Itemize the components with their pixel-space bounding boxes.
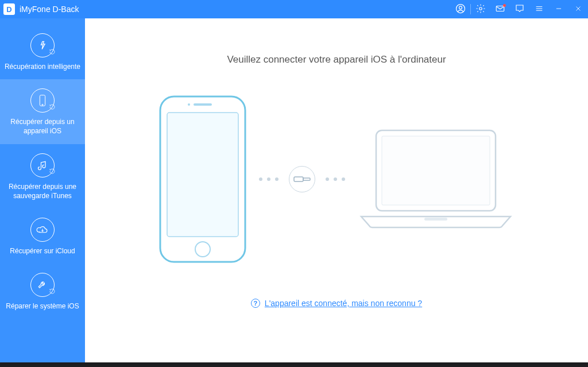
sidebar-item-repair-ios[interactable]: Réparer le système iOS bbox=[0, 264, 85, 319]
sidebar-item-icloud[interactable]: Récupérer sur iCloud bbox=[0, 208, 85, 264]
phone-refresh-icon bbox=[30, 88, 55, 113]
cloud-download-icon bbox=[30, 218, 55, 242]
svg-rect-7 bbox=[167, 113, 238, 237]
close-icon bbox=[574, 5, 582, 14]
app-title: iMyFone D-Back bbox=[20, 5, 79, 14]
account-button[interactable] bbox=[451, 0, 470, 18]
feedback-button[interactable] bbox=[510, 0, 529, 18]
svg-point-2 bbox=[479, 7, 482, 10]
settings-button[interactable] bbox=[471, 0, 490, 18]
app-logo: D bbox=[3, 3, 15, 15]
sidebar-item-label: Récupérer depuis une sauvegarde iTunes bbox=[3, 182, 82, 200]
mail-button[interactable] bbox=[490, 0, 510, 18]
svg-rect-15 bbox=[424, 218, 447, 221]
minimize-button[interactable] bbox=[549, 0, 568, 18]
sidebar-item-label: Réparer le système iOS bbox=[6, 302, 79, 311]
music-note-refresh-icon bbox=[30, 153, 55, 177]
sidebar-item-ios-device[interactable]: Récupérer depuis un appareil iOS bbox=[0, 79, 85, 144]
hamburger-icon bbox=[535, 4, 544, 15]
svg-rect-3 bbox=[496, 6, 504, 11]
titlebar: D iMyFone D-Back bbox=[0, 0, 588, 18]
laptop-icon bbox=[355, 125, 516, 234]
sidebar: Récupération intelligente Récupérer depu… bbox=[0, 18, 85, 362]
sidebar-item-itunes-backup[interactable]: Récupérer depuis une sauvegarde iTunes bbox=[0, 144, 85, 208]
svg-point-1 bbox=[459, 6, 462, 9]
svg-point-8 bbox=[195, 242, 210, 257]
sidebar-item-smart-recovery[interactable]: Récupération intelligente bbox=[0, 24, 85, 79]
sidebar-item-label: Récupérer depuis un appareil iOS bbox=[3, 117, 82, 136]
wrench-refresh-icon bbox=[30, 273, 55, 297]
usb-plug-icon bbox=[289, 166, 315, 192]
svg-point-10 bbox=[188, 103, 190, 106]
svg-rect-9 bbox=[194, 103, 212, 106]
svg-point-5 bbox=[42, 105, 43, 106]
svg-rect-11 bbox=[294, 177, 303, 181]
minimize-icon bbox=[555, 5, 563, 14]
gear-icon bbox=[475, 3, 486, 16]
help-row: ? L'appareil est connecté, mais non reco… bbox=[251, 299, 422, 308]
svg-rect-14 bbox=[382, 136, 490, 205]
notification-dot bbox=[503, 4, 506, 7]
phone-icon bbox=[157, 93, 249, 265]
lightning-refresh-icon bbox=[30, 33, 55, 57]
svg-rect-12 bbox=[303, 178, 310, 180]
close-button[interactable] bbox=[568, 0, 588, 18]
instruction-text: Veuillez connecter votre appareil iOS à … bbox=[227, 54, 446, 65]
help-icon: ? bbox=[251, 299, 260, 308]
sidebar-item-label: Récupération intelligente bbox=[5, 62, 80, 71]
connection-dots-right bbox=[326, 177, 345, 181]
connection-dots-left bbox=[259, 177, 278, 181]
app-window: D iMyFone D-Back bbox=[0, 0, 588, 362]
menu-button[interactable] bbox=[529, 0, 549, 18]
connect-illustration bbox=[157, 93, 516, 265]
sidebar-item-label: Récupérer sur iCloud bbox=[10, 246, 75, 256]
user-circle-icon bbox=[455, 3, 466, 16]
speech-bubble-icon bbox=[514, 3, 525, 16]
app-body: Récupération intelligente Récupérer depu… bbox=[0, 18, 588, 362]
main-content: Veuillez connecter votre appareil iOS à … bbox=[85, 18, 588, 362]
device-not-recognized-link[interactable]: L'appareil est connecté, mais non reconn… bbox=[265, 299, 422, 308]
